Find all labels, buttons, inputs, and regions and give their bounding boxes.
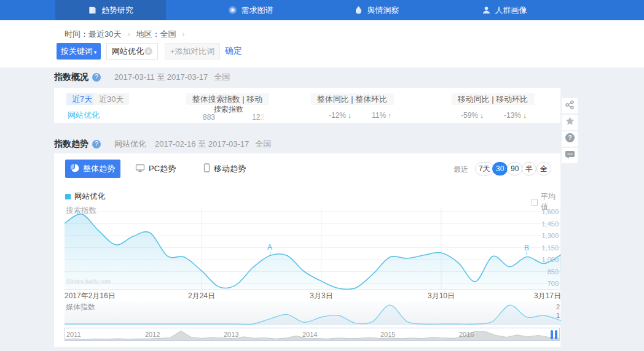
annotation-pin-icon xyxy=(270,252,270,255)
share-tool-button[interactable] xyxy=(562,98,578,114)
region-filter-label: 地区： xyxy=(136,29,160,39)
nav-tab-label: 舆情洞察 xyxy=(367,5,399,16)
trend-tab-3[interactable]: 移动趋势 xyxy=(203,160,253,178)
annotation-pin-icon xyxy=(527,252,527,255)
nav-tab-label: 需求图谱 xyxy=(242,5,273,16)
trend-title: 指数趋势 xyxy=(54,139,88,150)
nav-tab-3[interactable]: 舆情洞察 xyxy=(320,0,433,20)
metric-value: -12% ↓ xyxy=(329,111,351,120)
trend-region: 全国 xyxy=(255,139,271,150)
trend-tab-2[interactable]: PC趋势 xyxy=(135,160,178,178)
x-axis-labels: 2017年2月16日2月24日3月3日3月10日3月17日 xyxy=(65,291,561,301)
overview-keyword-link[interactable]: 网站优化 xyxy=(68,110,100,121)
chevron-right-icon: › xyxy=(127,30,130,39)
trend-date-range: 2017-02-16 至 2017-03-17 xyxy=(155,139,249,150)
help-question-icon[interactable]: ? xyxy=(92,73,101,82)
arrow-down-icon: ↓ xyxy=(348,112,351,119)
y-tick-label: 850 xyxy=(548,268,559,276)
nav-tab-2[interactable]: 需求图谱 xyxy=(194,0,307,20)
y-tick-label: 1,150 xyxy=(541,244,559,252)
filter-bar: 时间：最近30天›地区：全国› 按关键词▾ 网站优化 + +添加对比词 确定 xyxy=(0,20,644,68)
range-option-30[interactable]: 30 xyxy=(492,162,508,176)
timeline-year-label: 2015 xyxy=(380,331,395,338)
chevron-right-icon: › xyxy=(182,30,184,39)
nav-tab-4[interactable]: 人群画像 xyxy=(447,0,561,20)
trend-research-icon xyxy=(88,6,97,15)
region-filter-value[interactable]: 全国 xyxy=(160,29,176,39)
metric-value: -59% ↓ xyxy=(461,111,484,120)
media-y-tick-label: 2 xyxy=(556,303,560,310)
metric-number: 11% xyxy=(372,111,388,120)
y-tick-label: 700 xyxy=(548,280,559,287)
keyword-input[interactable]: 网站优化 + xyxy=(106,43,158,60)
by-keyword-button[interactable]: 按关键词▾ xyxy=(57,43,101,60)
trend-tab-label: PC趋势 xyxy=(149,163,176,174)
x-tick-label: 3月3日 xyxy=(310,291,332,301)
side-toolbar: ? xyxy=(562,98,578,164)
media-index-chart[interactable]: 媒体指数 21 xyxy=(65,301,561,325)
trend-tab-label: 整体趋势 xyxy=(83,163,115,174)
help-question-icon[interactable]: ? xyxy=(92,140,101,148)
y-tick-label: 1,000 xyxy=(541,256,559,263)
annotation-label: A xyxy=(267,243,272,252)
caret-down-icon: ▾ xyxy=(94,49,97,55)
mobile-icon xyxy=(203,163,210,174)
search-index-plot xyxy=(65,204,561,290)
chart-watermark: ©index.baidu.com xyxy=(66,279,111,285)
timeline-year-label: 2016 xyxy=(459,331,474,338)
index-trend-card: 最近 网站优化 平均值 搜索指数 ©index.baidu.com 1,6001… xyxy=(54,153,560,347)
feedback-tool-button[interactable] xyxy=(562,148,578,163)
media-y-tick-label: 1 xyxy=(556,312,560,319)
feedback-icon xyxy=(565,150,575,162)
column-header: 整体搜索指数 | 移动 xyxy=(186,93,269,105)
range-option-7天[interactable]: 7天 xyxy=(475,162,494,176)
timeline-year-label: 2011 xyxy=(66,331,81,338)
pc-icon xyxy=(135,164,145,174)
demand-map-icon xyxy=(228,6,237,15)
breadcrumb: 时间：最近30天›地区：全国› xyxy=(65,29,190,40)
arrow-up-icon: ↑ xyxy=(388,112,391,119)
svg-text:?: ? xyxy=(568,134,571,141)
add-compare-button[interactable]: +添加对比词 xyxy=(165,43,220,60)
trend-tab-label: 移动趋势 xyxy=(214,163,246,174)
range-option-半[interactable]: 半 xyxy=(522,162,536,176)
annotation-label: B xyxy=(524,244,529,252)
star-tool-button[interactable] xyxy=(562,115,578,130)
time-filter-value[interactable]: 最近30天 xyxy=(88,29,121,39)
trend-keyword: 网站优化 xyxy=(114,139,146,150)
y-tick-label: 1,300 xyxy=(541,232,559,239)
y-axis-name: 搜索指数 xyxy=(66,206,96,216)
column-header: 整体同比 | 整体环比 xyxy=(311,93,394,105)
media-index-plot xyxy=(65,301,561,325)
legend-label: 网站优化 xyxy=(74,191,105,202)
range-chip-近30天[interactable]: 近30天 xyxy=(93,93,129,105)
legend-swatch-icon xyxy=(65,194,71,199)
timeline-scrubber-handle[interactable] xyxy=(551,330,557,339)
history-timeline-selector[interactable]: 201120122013201420152016 xyxy=(65,328,560,341)
metric-value: 11% ↑ xyxy=(372,111,391,120)
mobile-search-index-value: 122 xyxy=(252,113,264,122)
timeline-year-label: 2013 xyxy=(224,331,238,338)
y-tick-label: 1,600 xyxy=(541,208,559,215)
annotation-B[interactable]: B xyxy=(522,244,531,255)
trend-tab-1[interactable]: 整体趋势 xyxy=(65,160,120,178)
confirm-button[interactable]: 确定 xyxy=(225,45,242,56)
top-nav: 趋势研究需求图谱舆情洞察人群画像 xyxy=(0,0,644,20)
overview-region: 全国 xyxy=(214,72,230,83)
search-index-chart[interactable]: 搜索指数 ©index.baidu.com 1,6001,4501,3001,1… xyxy=(65,204,561,290)
nav-tab-1[interactable]: 趋势研究 xyxy=(55,0,166,20)
y-tick-label: 1,450 xyxy=(541,220,559,228)
timeline-year-label: 2012 xyxy=(145,331,160,338)
x-tick-label: 3月10日 xyxy=(428,291,455,301)
range-option-全[interactable]: 全 xyxy=(536,162,551,176)
pie-icon xyxy=(71,164,79,174)
add-keyword-icon[interactable]: + xyxy=(144,47,152,55)
nav-tab-label: 趋势研究 xyxy=(101,5,133,16)
help-tool-button[interactable]: ? xyxy=(562,131,578,147)
annotation-A[interactable]: A xyxy=(265,243,274,255)
overview-date-range: 2017-03-11 至 2017-03-17 xyxy=(114,72,208,83)
metric-number: -13% xyxy=(504,111,523,120)
range-option-90[interactable]: 90 xyxy=(507,162,522,176)
arrow-down-icon: ↓ xyxy=(523,112,527,119)
search-index-tooltip-label: 搜索指数 xyxy=(214,104,243,115)
